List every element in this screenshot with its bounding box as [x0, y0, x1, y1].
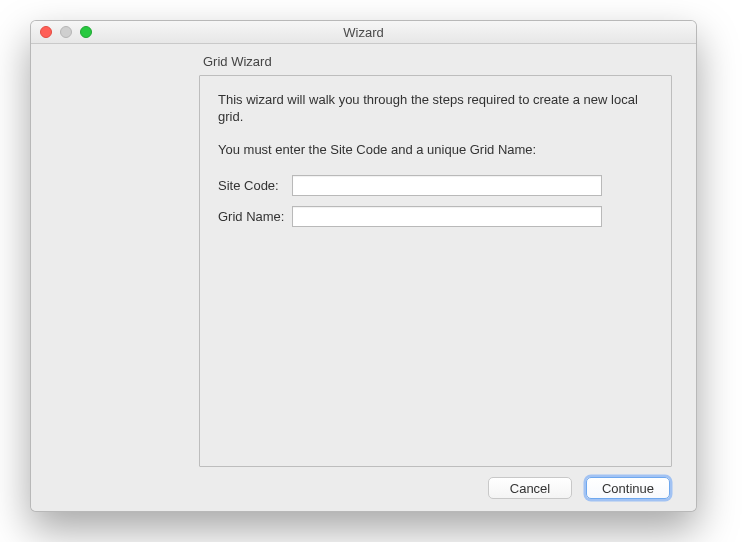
site-code-label: Site Code:: [218, 178, 292, 193]
window-body: Grid Wizard This wizard will walk you th…: [31, 44, 696, 511]
cancel-button[interactable]: Cancel: [488, 477, 572, 499]
grid-name-label: Grid Name:: [218, 209, 292, 224]
site-code-input[interactable]: [292, 175, 602, 196]
grid-name-input[interactable]: [292, 206, 602, 227]
wizard-sidebar: [31, 44, 199, 511]
wizard-heading: Grid Wizard: [203, 54, 672, 69]
minimize-icon[interactable]: [60, 26, 72, 38]
continue-button[interactable]: Continue: [586, 477, 670, 499]
wizard-buttons: Cancel Continue: [199, 477, 672, 499]
grid-name-row: Grid Name:: [218, 206, 653, 227]
wizard-intro-text: This wizard will walk you through the st…: [218, 92, 638, 126]
wizard-instruction-text: You must enter the Site Code and a uniqu…: [218, 142, 653, 157]
window-title: Wizard: [31, 25, 696, 40]
wizard-panel: This wizard will walk you through the st…: [199, 75, 672, 467]
site-code-row: Site Code:: [218, 175, 653, 196]
wizard-window: Wizard Grid Wizard This wizard will walk…: [30, 20, 697, 512]
traffic-lights: [31, 26, 92, 38]
close-icon[interactable]: [40, 26, 52, 38]
wizard-content: Grid Wizard This wizard will walk you th…: [199, 44, 696, 511]
titlebar: Wizard: [31, 21, 696, 44]
zoom-icon[interactable]: [80, 26, 92, 38]
